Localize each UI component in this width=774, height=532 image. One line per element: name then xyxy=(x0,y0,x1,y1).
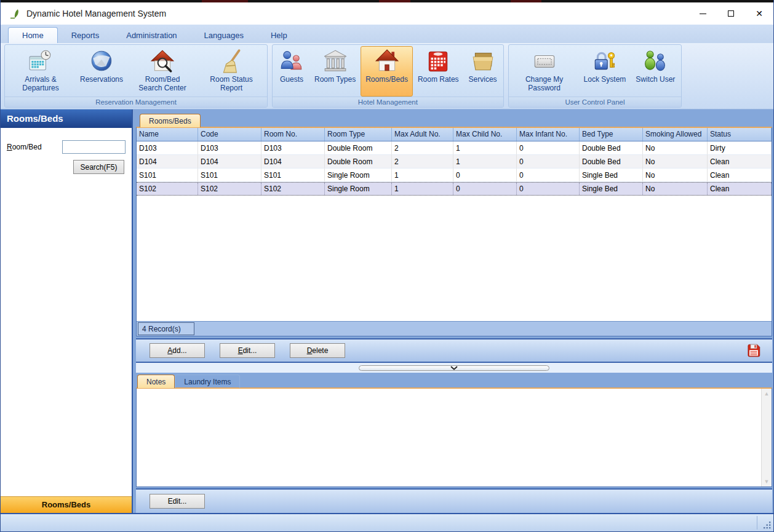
table-cell: Single Bed xyxy=(580,169,643,182)
ribbon-button-lock-system[interactable]: Lock System xyxy=(579,46,631,97)
column-header-code[interactable]: Code xyxy=(198,128,261,141)
search-button[interactable]: Search(F5) xyxy=(73,160,124,174)
notes-content[interactable] xyxy=(137,389,761,486)
room-types-icon xyxy=(322,49,348,74)
tab-notes[interactable]: Notes xyxy=(137,375,175,388)
ribbon-button-label: Rooms/Beds xyxy=(365,75,408,84)
table-cell: D103 xyxy=(261,141,325,155)
notes-scrollbar[interactable]: ▲ ▼ xyxy=(761,389,772,486)
window-controls: ✕ xyxy=(688,2,773,25)
ribbon-items: Arrivals & DeparturesReservationsRoom/Be… xyxy=(5,45,267,97)
table-row-d103[interactable]: D103D103D103Double Room210Double BedNoDi… xyxy=(137,141,772,155)
table-cell: D104 xyxy=(137,155,198,169)
resize-grip[interactable] xyxy=(757,514,773,531)
minimize-button[interactable] xyxy=(688,2,717,25)
table-cell: No xyxy=(643,183,708,195)
ribbon-button-room-types[interactable]: Room Types xyxy=(309,46,361,97)
notes-edit-button[interactable]: Edit... xyxy=(150,494,205,509)
scroll-down-icon[interactable]: ▼ xyxy=(764,478,770,485)
ribbon-group-caption: Reservation Management xyxy=(5,97,267,107)
column-header-max-adult-no[interactable]: Max Adult No. xyxy=(392,128,453,141)
ribbon-button-room-bed-search-center[interactable]: Room/Bed Search Center xyxy=(128,46,197,97)
tab-help[interactable]: Help xyxy=(257,28,301,43)
column-header-smoking-allowed[interactable]: Smoking Allowed xyxy=(643,128,708,141)
tab-languages[interactable]: Languages xyxy=(191,28,257,43)
switch-user-icon xyxy=(642,49,668,74)
doc-tab-rooms-beds[interactable]: Rooms/Beds xyxy=(140,114,201,127)
ribbon-button-switch-user[interactable]: Switch User xyxy=(631,46,680,97)
column-header-name[interactable]: Name xyxy=(137,128,198,141)
table-cell: 2 xyxy=(392,141,453,155)
table-empty-area xyxy=(137,196,772,321)
action-button-bar: Add... Edit... Delete xyxy=(136,338,772,363)
table-cell: Clean xyxy=(708,183,772,195)
tab-home[interactable]: Home xyxy=(8,27,58,43)
chevron-down-icon xyxy=(450,366,458,370)
ribbon-button-arrivals-departures[interactable]: Arrivals & Departures xyxy=(6,46,75,97)
splitter-area xyxy=(136,363,772,373)
column-header-room-no[interactable]: Room No. xyxy=(261,128,325,141)
collapse-splitter-handle[interactable] xyxy=(359,365,549,371)
table-cell: Single Bed xyxy=(580,183,643,195)
search-sidebar: Rooms/Beds Room/Bed Search(F5) Rooms/Bed… xyxy=(1,109,133,513)
table-cell: 0 xyxy=(453,169,517,182)
table-cell: 0 xyxy=(517,169,580,182)
column-header-status[interactable]: Status xyxy=(708,128,772,141)
table-cell: 1 xyxy=(453,141,517,155)
column-header-max-infant-no[interactable]: Max Infant No. xyxy=(517,128,580,141)
table-cell: No xyxy=(643,141,708,155)
table-cell: No xyxy=(643,169,708,182)
close-icon: ✕ xyxy=(756,9,763,18)
table-row-d104[interactable]: D104D104D104Double Room210Double BedNoCl… xyxy=(137,155,772,169)
ribbon-button-reservations[interactable]: Reservations xyxy=(75,46,128,97)
ribbon-button-label: Switch User xyxy=(636,75,675,84)
table-cell: Dirty xyxy=(708,141,772,155)
sidebar-title: Rooms/Beds xyxy=(1,109,132,128)
notes-tab-strip: Notes Laundry Items xyxy=(136,373,772,387)
ribbon-button-room-rates[interactable]: Room Rates xyxy=(413,46,464,97)
ribbon-items: GuestsRoom TypesRooms/BedsRoom RatesServ… xyxy=(273,45,503,97)
table-cell: D103 xyxy=(198,141,261,155)
save-floppy-icon[interactable] xyxy=(745,342,762,359)
column-header-max-child-no[interactable]: Max Child No. xyxy=(453,128,517,141)
sidebar-body: Room/Bed Search(F5) xyxy=(1,128,132,496)
column-header-bed-type[interactable]: Bed Type xyxy=(580,128,643,141)
main-area: Rooms/Beds NameCodeRoom No.Room TypeMax … xyxy=(133,109,773,513)
notes-button-bar: Edit... xyxy=(136,488,772,513)
table-cell: Double Bed xyxy=(580,155,643,169)
tab-reports[interactable]: Reports xyxy=(58,28,113,43)
tab-administration[interactable]: Administration xyxy=(113,28,190,43)
table-cell: Clean xyxy=(708,155,772,169)
maximize-icon xyxy=(728,10,734,17)
ribbon-button-guests[interactable]: Guests xyxy=(274,46,309,97)
table-cell: 1 xyxy=(392,169,453,182)
edit-button[interactable]: Edit... xyxy=(220,343,275,358)
record-count: 4 Record(s) xyxy=(138,322,194,335)
maximize-button[interactable] xyxy=(717,2,745,25)
close-button[interactable]: ✕ xyxy=(745,2,773,25)
ribbon-button-label: Guests xyxy=(280,75,303,84)
sidebar-footer-rooms-beds[interactable]: Rooms/Beds xyxy=(1,496,132,513)
room-bed-input[interactable] xyxy=(62,140,126,154)
column-header-room-type[interactable]: Room Type xyxy=(325,128,392,141)
delete-button[interactable]: Delete xyxy=(290,343,345,358)
table-row-s102[interactable]: S102S102S102Single Room100Single BedNoCl… xyxy=(137,182,772,196)
scroll-up-icon[interactable]: ▲ xyxy=(764,390,770,397)
ribbon-button-label: Room Types xyxy=(314,75,356,84)
ribbon-button-rooms-beds[interactable]: Rooms/Beds xyxy=(361,46,413,97)
table-header-row: NameCodeRoom No.Room TypeMax Adult No.Ma… xyxy=(137,128,772,141)
table-cell: Double Bed xyxy=(580,141,643,155)
ribbon-button-services[interactable]: Services xyxy=(464,46,502,97)
rooms-beds-icon xyxy=(374,49,400,74)
ribbon-button-room-status-report[interactable]: Room Status Report xyxy=(197,46,266,97)
table-row-s101[interactable]: S101S101S101Single Room100Single BedNoCl… xyxy=(137,169,772,182)
table-cell: S102 xyxy=(137,183,198,195)
ribbon-button-change-my-password[interactable]: Change My Password xyxy=(510,46,579,97)
guests-icon xyxy=(279,49,305,74)
application-window: Dynamic Hotel Management System ✕ Home R… xyxy=(0,0,774,532)
tab-laundry-items[interactable]: Laundry Items xyxy=(175,375,240,388)
ribbon-group-hotel-management: GuestsRoom TypesRooms/BedsRoom RatesServ… xyxy=(272,44,504,108)
ribbon-button-label: Change My Password xyxy=(515,75,574,92)
add-button[interactable]: Add... xyxy=(150,343,205,358)
notes-panel: ▲ ▼ xyxy=(136,387,772,487)
